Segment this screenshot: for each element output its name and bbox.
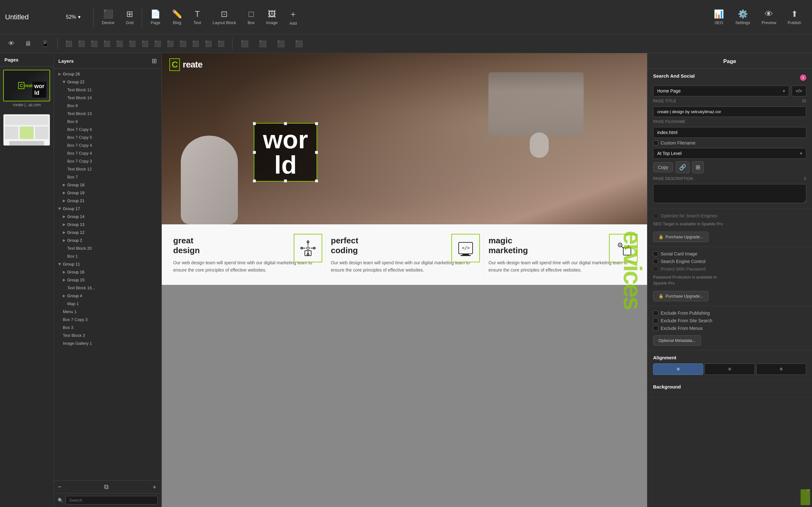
- at-top-level-dropdown[interactable]: At Top Level ▾: [653, 148, 806, 159]
- optimize-seo-checkbox[interactable]: [653, 213, 658, 218]
- layer-item-box9[interactable]: Box 9: [54, 102, 161, 110]
- publish-button[interactable]: ⬆ Publish: [782, 9, 807, 25]
- layer-item-group2[interactable]: ▶ Group 2: [54, 236, 161, 244]
- arrange-front[interactable]: ⬛: [256, 38, 270, 49]
- exclude-publishing-checkbox[interactable]: [653, 311, 658, 316]
- device-button[interactable]: ⬛ Device: [96, 9, 120, 25]
- layer-item-box1[interactable]: Box 1: [54, 252, 161, 260]
- layer-item-group11[interactable]: ▶ Group 11: [54, 260, 161, 268]
- align-left-button[interactable]: ≡: [653, 363, 703, 375]
- layer-item-textblock11[interactable]: Text Block 11: [54, 86, 161, 94]
- page-thumbnail-2[interactable]: s: [0, 111, 54, 149]
- add-button[interactable]: ＋ Add: [283, 9, 303, 26]
- layer-item-group12[interactable]: ▶ Group 12: [54, 228, 161, 236]
- zoom-control[interactable]: 52% ▾: [66, 14, 81, 20]
- custom-filename-checkbox[interactable]: [653, 140, 658, 146]
- protect-password-checkbox[interactable]: [653, 267, 658, 272]
- layer-item-group21[interactable]: ▶ Group 21: [54, 197, 161, 205]
- layers-minus-button[interactable]: −: [58, 483, 61, 491]
- align-center-h[interactable]: ⬛: [75, 39, 88, 49]
- handle-br[interactable]: [315, 179, 318, 182]
- search-engine-checkbox[interactable]: [653, 259, 658, 264]
- layer-item-box8[interactable]: Box 8: [54, 118, 161, 125]
- layer-item-group14[interactable]: ▶ Group 14: [54, 213, 161, 221]
- grid-button[interactable]: ⊞ Grid: [120, 9, 140, 25]
- layers-search-input[interactable]: [66, 496, 158, 504]
- layer-item-textblock16[interactable]: Text Block 16...: [54, 284, 161, 292]
- layer-item-group19[interactable]: ▶ Group 19: [54, 189, 161, 197]
- layer-item-group16[interactable]: ▶ Group 16: [54, 268, 161, 276]
- mobile-view[interactable]: 📱: [38, 38, 52, 49]
- align-top[interactable]: ⬛: [190, 39, 202, 49]
- info-icon-button[interactable]: i: [800, 74, 806, 81]
- layers-add-button[interactable]: ＋: [151, 483, 158, 491]
- layer-item-box7copy4a[interactable]: Box 7 Copy 4: [54, 141, 161, 149]
- layer-item-box7copy5[interactable]: Box 7 Copy 5: [54, 133, 161, 141]
- layer-item-box7copy3[interactable]: Box 7 Copy 3: [54, 316, 161, 324]
- page-filename-input[interactable]: [653, 127, 806, 138]
- copy-button[interactable]: Copy: [653, 162, 673, 172]
- desktop-view[interactable]: 🖥: [21, 38, 34, 49]
- layout-block-button[interactable]: ⊡ Layout Block: [207, 9, 242, 25]
- layer-item-group22[interactable]: ▶ Group 22: [54, 78, 161, 86]
- align-bottom2[interactable]: ⬛: [202, 39, 214, 49]
- layer-item-map1[interactable]: Map 1: [54, 300, 161, 308]
- layer-item-textblock13[interactable]: Text Block 13: [54, 110, 161, 118]
- purchase-upgrade-button-2[interactable]: 🔒 Purchase Upgrade...: [653, 291, 709, 301]
- layer-item-group4[interactable]: ▶ Group 4: [54, 292, 161, 300]
- code-button[interactable]: </>: [792, 86, 806, 96]
- align-top-dist[interactable]: ⬛: [101, 39, 113, 49]
- layer-item-textblock3[interactable]: Text Block 3: [54, 331, 161, 339]
- align-spread-v[interactable]: ⬛: [139, 39, 151, 49]
- box-button[interactable]: □ Box: [242, 9, 260, 25]
- handle-bl[interactable]: [253, 179, 256, 182]
- layer-item-textblock12[interactable]: Text Block 12: [54, 165, 161, 173]
- exclude-search-checkbox[interactable]: [653, 318, 658, 323]
- layer-item-menu1[interactable]: Menu 1: [54, 308, 161, 316]
- align-left-edge[interactable]: ⬛: [63, 39, 75, 49]
- handle-bm[interactable]: [284, 179, 287, 182]
- layer-item-textblock20[interactable]: Text Block 20: [54, 244, 161, 252]
- grid-icon-button[interactable]: ⊞: [692, 161, 704, 173]
- align-right2[interactable]: ⬛: [215, 39, 227, 49]
- page-button[interactable]: 📄 Page: [145, 9, 166, 25]
- page-description-textarea[interactable]: [653, 184, 806, 203]
- seo-button[interactable]: 📊 SEO: [708, 9, 729, 25]
- align-right-button[interactable]: ≡: [756, 363, 806, 375]
- handle-tm[interactable]: [284, 122, 287, 125]
- layer-item-box7[interactable]: Box 7: [54, 173, 161, 181]
- layer-item-group15[interactable]: ▶ Group 15: [54, 276, 161, 284]
- align-right-edge[interactable]: ⬛: [88, 39, 100, 49]
- settings-button[interactable]: ⚙️ Settings: [729, 9, 756, 25]
- layer-item-group26[interactable]: ▶ Group 26: [54, 70, 161, 78]
- align-center-button[interactable]: ≡: [705, 363, 755, 375]
- arrange-front2[interactable]: ⬛: [292, 38, 306, 49]
- layer-item-textblock14[interactable]: Text Block 14: [54, 94, 161, 102]
- align-right[interactable]: ⬛: [177, 39, 189, 49]
- handle-mr[interactable]: [315, 151, 318, 154]
- layer-item-group18[interactable]: ▶ Group 18: [54, 181, 161, 189]
- canvas-area[interactable]: C reate world: [162, 53, 647, 507]
- layer-item-imagegallery1[interactable]: Image Gallery 1: [54, 339, 161, 347]
- align-bottom[interactable]: ⬛: [152, 39, 164, 49]
- align-spread-h[interactable]: ⬛: [126, 39, 138, 49]
- image-button[interactable]: 🖼 Image: [260, 9, 283, 25]
- layer-item-group13[interactable]: ▶ Group 13: [54, 221, 161, 228]
- layer-item-box3[interactable]: Box 3: [54, 324, 161, 331]
- layer-item-box7copy4b[interactable]: Box 7 Copy 4: [54, 149, 161, 157]
- layer-item-group17[interactable]: ▶ Group 17: [54, 205, 161, 213]
- home-page-dropdown[interactable]: Home Page ▾: [653, 86, 789, 96]
- purchase-upgrade-button-1[interactable]: 🔒 Purchase Upgrade...: [653, 232, 709, 242]
- handle-tl[interactable]: [253, 122, 256, 125]
- align-middle[interactable]: ⬛: [164, 39, 176, 49]
- visibility-toggle[interactable]: 👁: [5, 38, 18, 49]
- align-center-dist[interactable]: ⬛: [113, 39, 125, 49]
- page-thumbnail-1[interactable]: Create world create |...az.com: [0, 66, 54, 111]
- text-button[interactable]: T Text: [188, 9, 207, 25]
- layer-item-box7copy6[interactable]: Box 7 Copy 6: [54, 125, 161, 133]
- handle-ml[interactable]: [253, 151, 256, 154]
- selected-text-box[interactable]: world: [254, 123, 317, 181]
- preview-button[interactable]: 👁 Preview: [756, 9, 782, 25]
- layers-grid-view[interactable]: ⊞: [152, 57, 157, 65]
- layers-duplicate-button[interactable]: ⧉: [104, 483, 108, 491]
